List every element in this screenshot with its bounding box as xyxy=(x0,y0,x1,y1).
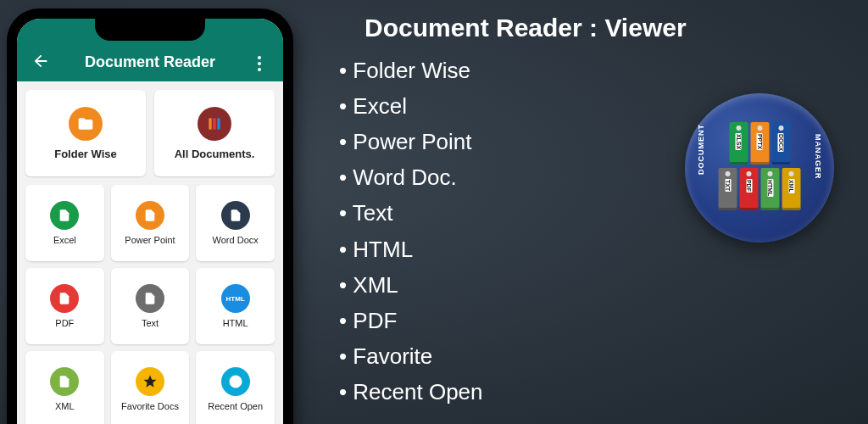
html-icon: HTML xyxy=(221,284,250,313)
feature-item: Power Point xyxy=(339,124,483,159)
badge-left-text: DOCUMENT xyxy=(697,124,705,175)
favorite-card[interactable]: Favorite Docs xyxy=(111,351,190,424)
pdf-label: PDF xyxy=(55,318,74,328)
pdf-icon xyxy=(50,284,79,313)
feature-item: Word Doc. xyxy=(339,159,483,195)
text-icon xyxy=(136,284,164,313)
phone-frame: Document Reader Folder Wise All Document… xyxy=(7,8,293,424)
all-documents-card[interactable]: All Documents. xyxy=(154,90,275,176)
excel-label: Excel xyxy=(53,235,76,245)
favorite-label: Favorite Docs xyxy=(121,401,179,411)
binder-icon: XML xyxy=(782,168,801,210)
folder-wise-card[interactable]: Folder Wise xyxy=(25,90,146,176)
feature-item: Favorite xyxy=(339,338,483,374)
powerpoint-icon xyxy=(136,201,164,230)
back-icon[interactable] xyxy=(31,51,51,71)
feature-item: HTML xyxy=(339,232,483,267)
xml-label: XML xyxy=(55,401,75,411)
feature-list: Folder Wise Excel Power Point Word Doc. … xyxy=(339,53,483,410)
badge-binders: XLSXPPTXDOCX TXTPDFHTMLXML xyxy=(719,122,801,210)
feature-item: XML xyxy=(339,267,483,303)
word-icon xyxy=(221,201,250,230)
page-title: Document Reader : Viewer xyxy=(364,14,687,42)
svg-rect-2 xyxy=(217,118,220,129)
html-label: HTML xyxy=(223,318,248,328)
badge-right-text: MANAGER xyxy=(814,134,822,180)
phone-screen: Document Reader Folder Wise All Document… xyxy=(17,19,283,424)
powerpoint-card[interactable]: Power Point xyxy=(111,185,190,261)
binder-icon: DOCX xyxy=(771,122,790,165)
svg-rect-0 xyxy=(209,118,211,129)
text-card[interactable]: Text xyxy=(111,268,190,344)
html-card[interactable]: HTML HTML xyxy=(196,268,275,344)
feature-item: Text xyxy=(339,195,483,231)
xml-icon xyxy=(50,367,79,396)
app-title: Document Reader xyxy=(51,53,249,71)
feature-item: Folder Wise xyxy=(339,53,483,88)
feature-item: Excel xyxy=(339,88,483,124)
folder-wise-label: Folder Wise xyxy=(54,148,117,160)
svg-rect-1 xyxy=(213,118,215,129)
binder-icon: TXT xyxy=(719,168,737,210)
more-icon[interactable] xyxy=(249,56,270,71)
all-documents-icon xyxy=(198,107,231,141)
binder-icon: PDF xyxy=(740,168,759,210)
xml-card[interactable]: XML xyxy=(25,351,104,424)
text-label: Text xyxy=(142,318,159,328)
all-documents-label: All Documents. xyxy=(175,148,255,160)
pdf-card[interactable]: PDF xyxy=(25,268,104,344)
feature-item: Recent Open xyxy=(339,374,483,410)
document-type-grid: Excel Power Point Word Docx PDF Text HTM… xyxy=(17,185,283,424)
feature-item: PDF xyxy=(339,303,483,338)
phone-notch xyxy=(95,19,205,41)
binder-icon: HTML xyxy=(761,168,780,210)
folder-icon xyxy=(69,107,103,141)
word-card[interactable]: Word Docx xyxy=(196,185,275,261)
binder-icon: PPTX xyxy=(750,122,769,165)
app-badge: DOCUMENT MANAGER XLSXPPTXDOCX TXTPDFHTML… xyxy=(685,93,834,243)
word-label: Word Docx xyxy=(213,235,259,245)
excel-icon xyxy=(50,201,79,230)
star-icon xyxy=(136,367,164,396)
excel-card[interactable]: Excel xyxy=(25,185,104,261)
top-cards-row: Folder Wise All Documents. xyxy=(17,81,283,185)
recent-card[interactable]: Recent Open xyxy=(196,351,275,424)
powerpoint-label: Power Point xyxy=(125,235,175,245)
recent-label: Recent Open xyxy=(208,401,263,411)
binder-icon: XLSX xyxy=(729,122,748,165)
recent-icon xyxy=(221,367,250,396)
